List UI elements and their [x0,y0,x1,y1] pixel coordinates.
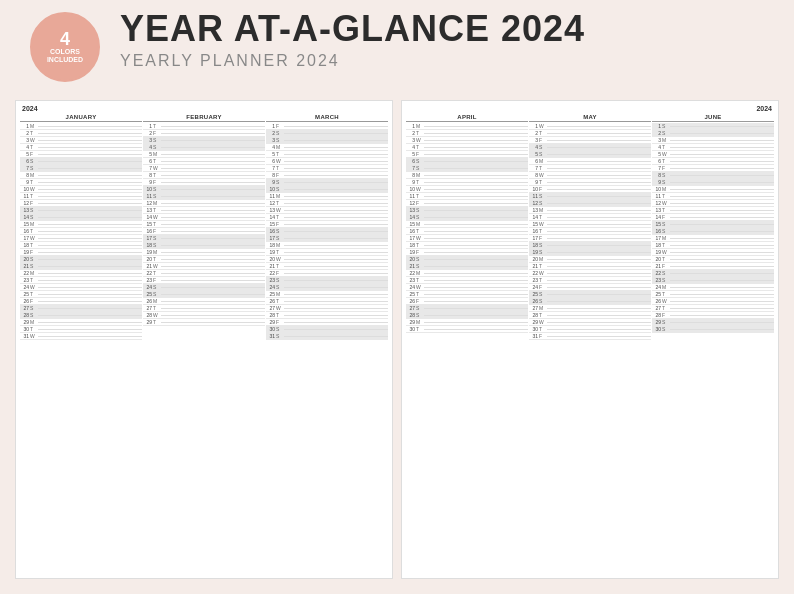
day-row: 2S [266,130,388,137]
day-line [161,294,265,295]
day-line [547,147,651,148]
day-line [284,203,388,204]
day-number: 19 [529,249,539,255]
day-number: 1 [143,123,153,129]
day-letter: M [539,207,546,213]
day-letter: T [662,291,669,297]
day-row: 22T [143,270,265,277]
day-line [547,301,651,302]
day-number: 6 [143,158,153,164]
day-letter: S [30,165,37,171]
day-line [424,182,528,183]
day-number: 2 [266,130,276,136]
day-number: 28 [529,312,539,318]
day-line [284,322,388,323]
day-number: 12 [20,200,30,206]
day-line [547,322,651,323]
day-number: 13 [266,207,276,213]
day-row: 15S [652,221,774,228]
day-letter: S [416,263,423,269]
day-line [670,161,774,162]
day-number: 25 [406,291,416,297]
day-number: 8 [143,172,153,178]
day-line [670,301,774,302]
planner-1: 2024APRIL1M2T3W4T5F6S7S8M9T10W11T12F13S1… [401,100,779,579]
day-line [161,266,265,267]
day-number: 30 [406,326,416,332]
day-letter: S [416,165,423,171]
day-letter: S [30,214,37,220]
day-line [670,329,774,330]
badge-line1: COLORS [50,48,80,56]
day-row: 2T [529,130,651,137]
day-row: 9T [20,179,142,186]
day-line [670,147,774,148]
day-line [38,126,142,127]
day-line [38,301,142,302]
day-number: 22 [266,270,276,276]
day-letter: F [416,151,423,157]
day-number: 31 [20,333,30,339]
day-number: 4 [266,144,276,150]
day-row: 23T [406,277,528,284]
day-letter: T [276,165,283,171]
day-line [161,210,265,211]
day-row: 16T [529,228,651,235]
day-number: 1 [20,123,30,129]
day-line [38,231,142,232]
day-row: 26M [143,298,265,305]
day-line [547,329,651,330]
day-line [670,189,774,190]
month-col-march: MARCH1F2S3S4M5T6W7T8F9S10S11M12T13W14T15… [266,114,388,340]
day-number: 23 [529,277,539,283]
day-number: 15 [143,221,153,227]
day-number: 10 [143,186,153,192]
colors-badge: 4 COLORS INCLUDED [30,12,100,82]
day-row: 30T [406,326,528,333]
day-number: 19 [20,249,30,255]
day-letter: S [416,207,423,213]
day-letter: F [416,200,423,206]
day-number: 27 [266,305,276,311]
day-letter: S [276,235,283,241]
day-line [38,133,142,134]
day-letter: T [276,200,283,206]
day-number: 6 [266,158,276,164]
day-line [547,196,651,197]
day-letter: M [276,144,283,150]
day-line [670,196,774,197]
day-letter: F [30,298,37,304]
day-letter: S [30,158,37,164]
day-line [161,161,265,162]
day-line [284,210,388,211]
day-line [38,329,142,330]
day-row: 19M [143,249,265,256]
day-number: 28 [266,312,276,318]
day-letter: T [662,256,669,262]
day-number: 10 [266,186,276,192]
day-line [161,217,265,218]
day-letter: F [662,312,669,318]
day-letter: T [153,123,160,129]
day-line [547,210,651,211]
day-row: 27T [143,305,265,312]
day-row: 26F [406,298,528,305]
day-letter: S [276,277,283,283]
day-row: 1M [406,123,528,130]
day-row: 20M [529,256,651,263]
day-letter: S [276,284,283,290]
day-row: 11S [143,193,265,200]
day-row: 12F [406,200,528,207]
day-line [38,252,142,253]
day-letter: M [153,151,160,157]
day-number: 21 [143,263,153,269]
day-row: 4M [266,144,388,151]
day-letter: M [30,270,37,276]
day-letter: T [30,242,37,248]
day-line [547,259,651,260]
day-number: 26 [143,298,153,304]
day-row: 11T [406,193,528,200]
day-row: 26W [652,298,774,305]
day-line [547,217,651,218]
day-row: 23S [266,277,388,284]
